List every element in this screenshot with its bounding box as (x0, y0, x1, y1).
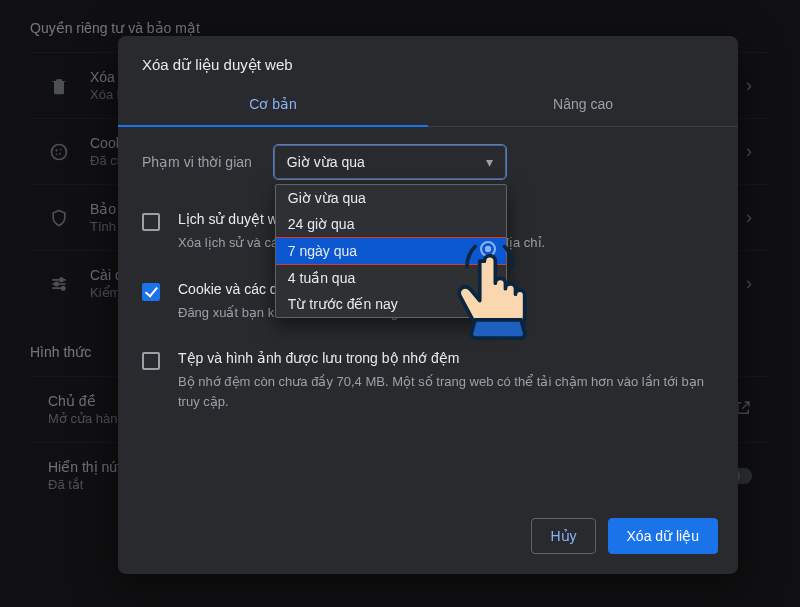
dialog-tabs: Cơ bản Nâng cao (118, 84, 738, 127)
option-row-cache: Tệp và hình ảnh được lưu trong bộ nhớ đệ… (142, 342, 714, 431)
option-title: Tệp và hình ảnh được lưu trong bộ nhớ đệ… (178, 350, 714, 366)
clear-data-dialog: Xóa dữ liệu duyệt web Cơ bản Nâng cao Ph… (118, 36, 738, 574)
dropdown-option[interactable]: Giờ vừa qua (276, 185, 506, 211)
caret-down-icon: ▾ (486, 154, 493, 170)
cancel-button[interactable]: Hủy (531, 518, 595, 554)
time-range-value: Giờ vừa qua (287, 154, 365, 170)
tab-basic[interactable]: Cơ bản (118, 84, 428, 126)
time-range-label: Phạm vi thời gian (142, 154, 252, 170)
clear-data-button[interactable]: Xóa dữ liệu (608, 518, 718, 554)
time-range-select[interactable]: Giờ vừa qua ▾ Giờ vừa qua 24 giờ qua 7 n… (274, 145, 506, 179)
dialog-title: Xóa dữ liệu duyệt web (118, 36, 738, 84)
checkbox-cache[interactable] (142, 352, 160, 370)
checkbox-history[interactable] (142, 213, 160, 231)
tab-advanced[interactable]: Nâng cao (428, 84, 738, 126)
option-sub: Bộ nhớ đệm còn chưa đầy 70,4 MB. Một số … (178, 372, 714, 411)
pointer-hand-icon (444, 230, 554, 340)
dropdown-option-label: 7 ngày qua (288, 243, 357, 259)
checkbox-cookies[interactable] (142, 283, 160, 301)
